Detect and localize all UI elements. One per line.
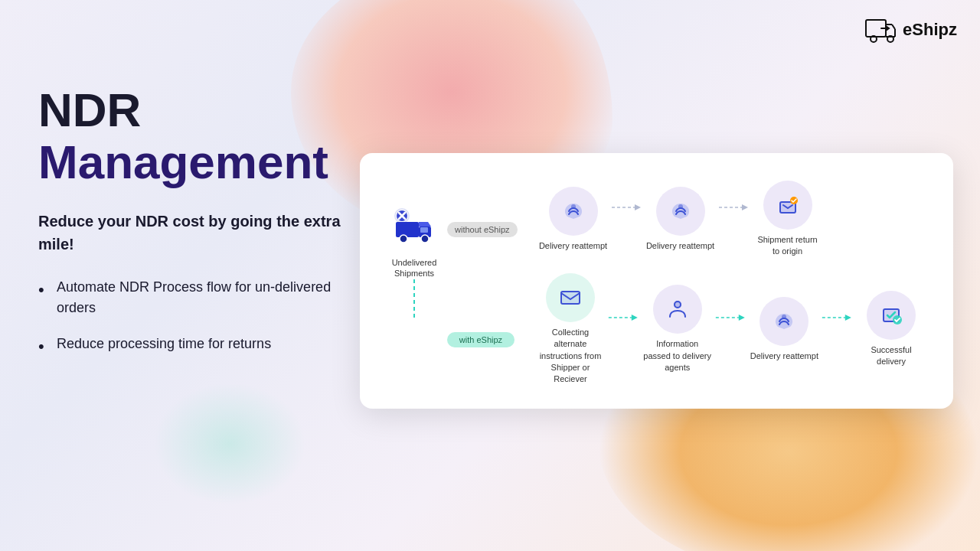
with-icon-4 bbox=[867, 291, 916, 340]
logo: eShipz bbox=[864, 14, 957, 46]
bullet-item-2: Reduce processing time for returns bbox=[38, 334, 360, 354]
without-label-3: Shipment return to origin bbox=[753, 234, 822, 258]
with-step-1: Collecting alternate instructions from S… bbox=[536, 273, 605, 386]
bg-blob-teal bbox=[153, 383, 306, 505]
diagram-body: Undelivered Shipments without eShipz bbox=[387, 181, 926, 386]
arrow-3 bbox=[605, 310, 643, 348]
svg-rect-12 bbox=[396, 222, 419, 237]
with-row: with eShipz Collecting alternate instruc… bbox=[447, 273, 926, 386]
svg-rect-17 bbox=[420, 227, 428, 233]
without-step-1: Delivery reattempt bbox=[539, 187, 608, 252]
svg-point-19 bbox=[571, 204, 576, 209]
arrow-5 bbox=[818, 310, 857, 348]
with-icon-2 bbox=[653, 285, 702, 334]
svg-marker-35 bbox=[739, 315, 745, 321]
shipment-icon bbox=[390, 204, 439, 253]
vertical-connector bbox=[407, 279, 422, 318]
svg-marker-21 bbox=[635, 204, 641, 210]
without-step-2: Delivery reattempt bbox=[646, 187, 715, 252]
without-row: without eShipz Delivery reattempt bbox=[447, 181, 926, 258]
svg-point-22 bbox=[678, 204, 683, 209]
with-icon-3 bbox=[760, 297, 808, 346]
with-label-3: Delivery reattempt bbox=[750, 350, 818, 362]
with-label-4: Successful delivery bbox=[857, 344, 926, 368]
shipment-label: Undelivered Shipments bbox=[387, 257, 441, 279]
arrow-2 bbox=[715, 200, 753, 238]
heading-ndr: NDR bbox=[38, 84, 360, 136]
svg-point-36 bbox=[782, 315, 786, 319]
without-icon-3 bbox=[763, 181, 812, 230]
right-rows: without eShipz Delivery reattempt bbox=[447, 181, 926, 386]
without-icon-2 bbox=[656, 187, 705, 236]
arrow-1 bbox=[608, 200, 646, 238]
left-content: NDR Management Reduce your NDR cost by g… bbox=[38, 84, 360, 370]
with-badge: with eShipz bbox=[447, 332, 514, 347]
svg-marker-14 bbox=[419, 222, 431, 227]
without-icon-1 bbox=[549, 187, 598, 236]
logo-icon bbox=[864, 14, 897, 46]
without-label-1: Delivery reattempt bbox=[539, 240, 607, 252]
bullet-list: Automate NDR Process flow for un-deliver… bbox=[38, 277, 360, 354]
tagline: Reduce your NDR cost by going the extra … bbox=[38, 210, 360, 256]
svg-marker-24 bbox=[742, 204, 748, 210]
with-step-2: Information passed to delivery agents bbox=[643, 285, 712, 373]
without-label-2: Delivery reattempt bbox=[646, 240, 714, 252]
svg-marker-38 bbox=[845, 315, 851, 321]
with-label-2: Information passed to delivery agents bbox=[643, 338, 712, 373]
svg-point-16 bbox=[421, 235, 429, 243]
bullet-item-1: Automate NDR Process flow for un-deliver… bbox=[38, 277, 360, 318]
svg-rect-28 bbox=[561, 292, 580, 304]
with-badge-wrap: with eShipz bbox=[447, 311, 527, 347]
diagram-card: Undelivered Shipments without eShipz bbox=[360, 153, 953, 409]
with-step-4: Successful delivery bbox=[857, 291, 926, 368]
with-step-3: Delivery reattempt bbox=[750, 297, 818, 362]
without-badge: without eShipz bbox=[447, 222, 518, 237]
arrow-4 bbox=[712, 310, 750, 348]
svg-line-2 bbox=[892, 24, 895, 29]
svg-marker-31 bbox=[632, 315, 638, 321]
without-step-3: Shipment return to origin bbox=[753, 181, 822, 258]
shipment-origin-col: Undelivered Shipments bbox=[387, 181, 441, 386]
with-icon-1 bbox=[546, 273, 595, 322]
with-label-1: Collecting alternate instructions from S… bbox=[536, 327, 605, 386]
svg-point-15 bbox=[400, 235, 407, 243]
heading-management: Management bbox=[38, 136, 360, 188]
logo-text: eShipz bbox=[903, 20, 957, 40]
without-badge-wrap: without eShipz bbox=[447, 201, 530, 237]
